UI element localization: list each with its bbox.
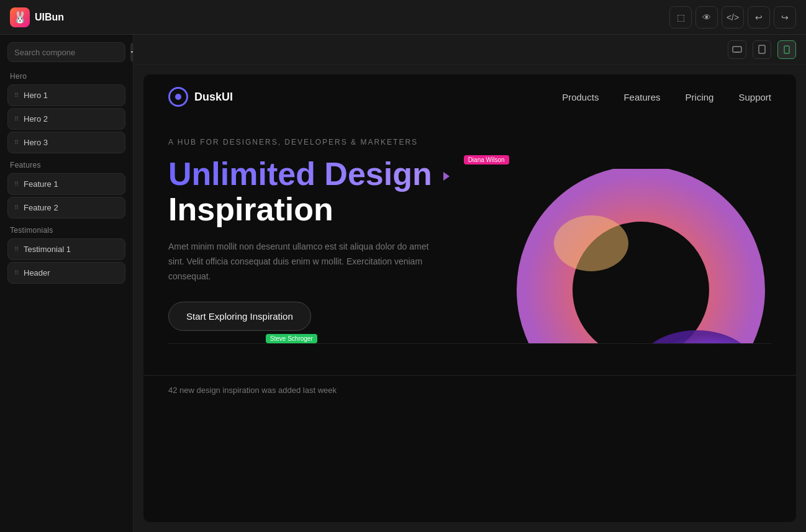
dusk-hero-section: A HUB FOR DESIGNERS, DEVELOPERS & MARKET… [143,119,796,343]
preview-toolbar [134,35,806,65]
sidebar-item-feature2[interactable]: ⠿ Feature 2 [7,197,125,219]
select-tool-button[interactable]: ⬚ [669,6,692,29]
sidebar-item-header[interactable]: ⠿ Header [7,262,125,284]
dusk-description: Amet minim mollit non deserunt ullamco e… [168,240,429,284]
user-tag-steve: Steve Schroger [266,334,317,343]
section-label-testimonials: Testimonials [10,226,125,235]
app-name: UIBun [35,12,64,23]
topbar: 🐰 UIBun ⬚ 👁 </> ↩ ↪ [0,0,806,35]
dusk-stats-text: 42 new design inspiration was added last… [168,385,337,395]
section-label-hero: Hero [10,72,125,81]
dusk-navbar: DuskUI Products Features Pricing Support [143,74,796,119]
drag-handle-icon: ⠿ [14,204,19,211]
code-button[interactable]: </> [722,6,744,29]
dusk-logo: DuskUI [168,87,233,107]
sidebar-item-hero3[interactable]: ⠿ Hero 3 [7,132,125,153]
dusk-eyebrow: A HUB FOR DESIGNERS, DEVELOPERS & MARKET… [168,138,771,147]
section-label-features: Features [10,161,125,169]
cursor-icon [443,172,450,181]
svg-point-7 [554,215,628,271]
main-layout: + Hero ⠿ Hero 1 ⠿ Hero 2 ⠿ Hero 3 Featur… [0,35,806,532]
dusk-headline-gradient: Unlimited Design [168,156,432,192]
sidebar-item-label: Hero 3 [24,138,48,147]
dusk-divider [168,343,771,344]
sidebar-item-label: Testimonial 1 [24,245,71,254]
cta-button[interactable]: Start Exploring Inspiration [168,302,311,331]
nav-link-support[interactable]: Support [738,92,771,102]
drag-handle-icon: ⠿ [14,139,19,146]
hero-3d-blob [510,169,777,343]
sidebar-item-label: Hero 2 [24,114,48,124]
preview-button[interactable]: 👁 [695,6,718,29]
user-tag-diana: Diana Wilson [464,155,509,165]
drag-handle-icon: ⠿ [14,181,19,187]
drag-handle-icon: ⠿ [14,269,19,276]
drag-handle-icon: ⠿ [14,246,19,253]
cta-container: Start Exploring Inspiration Steve Schrog… [168,302,311,331]
sidebar-item-hero1[interactable]: ⠿ Hero 1 [7,84,125,106]
logo-icon: 🐰 [10,7,30,27]
nav-link-products[interactable]: Products [562,92,599,102]
preview-canvas: DuskUI Products Features Pricing Support… [134,65,806,532]
sidebar-item-label: Hero 1 [24,91,48,100]
drag-handle-icon: ⠿ [14,115,19,122]
drag-handle-icon: ⠿ [14,92,19,99]
sidebar-item-label: Header [24,268,50,277]
preview-area: DuskUI Products Features Pricing Support… [134,35,806,532]
svg-rect-3 [784,46,789,53]
nav-link-features[interactable]: Features [623,92,660,102]
redo-button[interactable]: ↪ [774,6,796,29]
sidebar: + Hero ⠿ Hero 1 ⠿ Hero 2 ⠿ Hero 3 Featur… [0,35,134,532]
sidebar-item-hero2[interactable]: ⠿ Hero 2 [7,108,125,130]
sidebar-search-bar: + [7,42,125,62]
sidebar-item-label: Feature 2 [24,203,58,212]
svg-rect-0 [733,47,741,52]
duskui-preview: DuskUI Products Features Pricing Support… [143,74,796,522]
desktop-view-button[interactable] [728,40,746,59]
search-input[interactable] [7,42,125,62]
dusk-headline: Unlimited Design Diana Wilson Inspiratio… [168,156,509,227]
dusk-headline-white: Inspiration [168,192,509,227]
sidebar-item-testimonial1[interactable]: ⠿ Testimonial 1 [7,238,125,260]
undo-button[interactable]: ↩ [748,6,770,29]
dusk-logo-icon [168,87,188,107]
dusk-stats-bar: 42 new design inspiration was added last… [143,375,796,405]
svg-rect-2 [759,45,765,53]
sidebar-item-feature1[interactable]: ⠿ Feature 1 [7,173,125,195]
tablet-view-button[interactable] [753,40,771,59]
dusk-logo-text: DuskUI [194,91,233,104]
sidebar-item-label: Feature 1 [24,179,58,189]
topbar-actions: ⬚ 👁 </> ↩ ↪ [669,6,796,29]
mobile-view-button[interactable] [777,40,796,59]
app-logo: 🐰 UIBun [10,7,64,27]
dusk-nav: Products Features Pricing Support [562,92,771,102]
nav-link-pricing[interactable]: Pricing [686,92,714,102]
